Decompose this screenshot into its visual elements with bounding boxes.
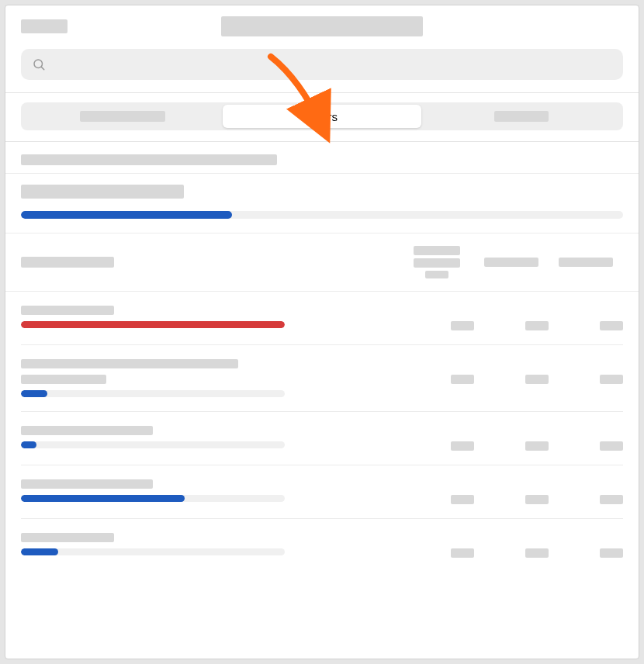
col1-line2	[414, 258, 460, 268]
list-item-value	[474, 375, 549, 384]
list-item-value	[400, 375, 474, 384]
app-frame: Hours	[5, 5, 639, 659]
search-input[interactable]	[21, 49, 623, 80]
header	[5, 5, 639, 44]
list-item-value	[400, 548, 474, 558]
overall-progress-track	[21, 211, 623, 219]
list-item-left	[21, 306, 400, 328]
list-item-value	[400, 441, 474, 451]
tab-right-label-placeholder	[494, 111, 549, 122]
section-header	[5, 142, 639, 174]
list-item-progress-track	[21, 495, 285, 502]
header-title-wrap	[68, 16, 576, 36]
col1-line3	[425, 271, 448, 278]
column-header-3	[549, 258, 623, 267]
tab-left-label-placeholder	[80, 111, 165, 122]
list-item-value-placeholder	[451, 375, 474, 384]
list-item[interactable]	[21, 345, 623, 412]
list-item-title-placeholder	[21, 533, 114, 542]
rows-list	[5, 292, 639, 572]
list-item[interactable]	[21, 465, 623, 519]
list-item-value	[549, 548, 623, 558]
list-item-left	[21, 426, 400, 448]
col1-line1	[414, 246, 460, 255]
list-item-value-placeholder	[525, 495, 549, 504]
list-item-progress-track	[21, 441, 285, 448]
list-item-value-placeholder	[600, 495, 623, 504]
list-item-value-placeholder	[525, 548, 549, 558]
column-header-2	[474, 258, 549, 267]
list-item-value	[474, 441, 549, 451]
list-item-value	[549, 321, 623, 330]
list-item[interactable]	[21, 412, 623, 465]
list-item-progress-track	[21, 390, 285, 397]
content	[5, 142, 639, 572]
list-item-progress-fill	[21, 495, 185, 502]
list-item-left	[21, 479, 400, 502]
list-item[interactable]	[21, 292, 623, 345]
segmented-control: Hours	[21, 102, 623, 130]
list-item-value-placeholder	[600, 375, 623, 384]
list-item-value-placeholder	[600, 321, 623, 330]
list-item-value	[474, 321, 549, 330]
list-item-title-placeholder	[21, 375, 106, 384]
list-item-title-placeholder	[21, 479, 153, 489]
list-item-value	[549, 441, 623, 451]
list-item-value-placeholder	[525, 375, 549, 384]
list-item-value-placeholder	[451, 441, 474, 451]
overall-row	[5, 174, 639, 233]
tab-hours-label: Hours	[306, 110, 338, 123]
header-left-placeholder	[21, 19, 68, 33]
list-item-value-placeholder	[600, 441, 623, 451]
list-item-value-placeholder	[451, 321, 474, 330]
list-item-values	[400, 533, 623, 558]
list-item-value	[549, 375, 623, 384]
overall-progress-fill	[21, 211, 232, 219]
list-item[interactable]	[21, 519, 623, 572]
list-item-title-placeholder	[21, 426, 153, 435]
list-item-title-placeholder	[21, 359, 238, 368]
list-item-progress-fill	[21, 390, 47, 397]
list-item-value	[400, 495, 474, 504]
list-item-progress-track	[21, 321, 285, 328]
list-item-progress-fill	[21, 441, 36, 448]
list-item-value	[549, 495, 623, 504]
list-item-value	[474, 548, 549, 558]
tab-hours[interactable]: Hours	[223, 105, 422, 128]
column-headers-label	[21, 257, 400, 268]
overall-title-placeholder	[21, 185, 184, 199]
section-header-placeholder	[21, 154, 277, 165]
header-title-placeholder	[221, 16, 423, 36]
svg-line-1	[41, 67, 43, 69]
list-item-value	[400, 321, 474, 330]
list-item-left	[21, 359, 400, 397]
list-item-value-placeholder	[600, 548, 623, 558]
list-item-value-placeholder	[451, 495, 474, 504]
list-item-progress-fill	[21, 548, 58, 555]
tabs-wrap: Hours	[5, 93, 639, 142]
list-item-value-placeholder	[525, 441, 549, 451]
list-item-value-placeholder	[451, 548, 474, 558]
col2-line1	[484, 258, 538, 267]
col3-line1	[559, 258, 613, 267]
list-item-left	[21, 533, 400, 555]
list-item-values	[400, 306, 623, 330]
list-item-value	[474, 495, 549, 504]
tab-left[interactable]	[23, 105, 223, 128]
search-wrap	[5, 44, 639, 93]
list-item-value-placeholder	[525, 321, 549, 330]
list-item-values	[400, 479, 623, 504]
search-icon	[32, 57, 46, 71]
list-item-values	[400, 426, 623, 451]
list-item-progress-track	[21, 548, 285, 555]
column-header-1	[400, 246, 474, 278]
list-item-title-placeholder	[21, 306, 114, 315]
list-item-progress-fill	[21, 321, 285, 328]
column-label-placeholder	[21, 257, 114, 268]
list-item-values	[400, 359, 623, 384]
tab-right[interactable]	[421, 105, 621, 128]
column-headers-row	[5, 233, 639, 292]
